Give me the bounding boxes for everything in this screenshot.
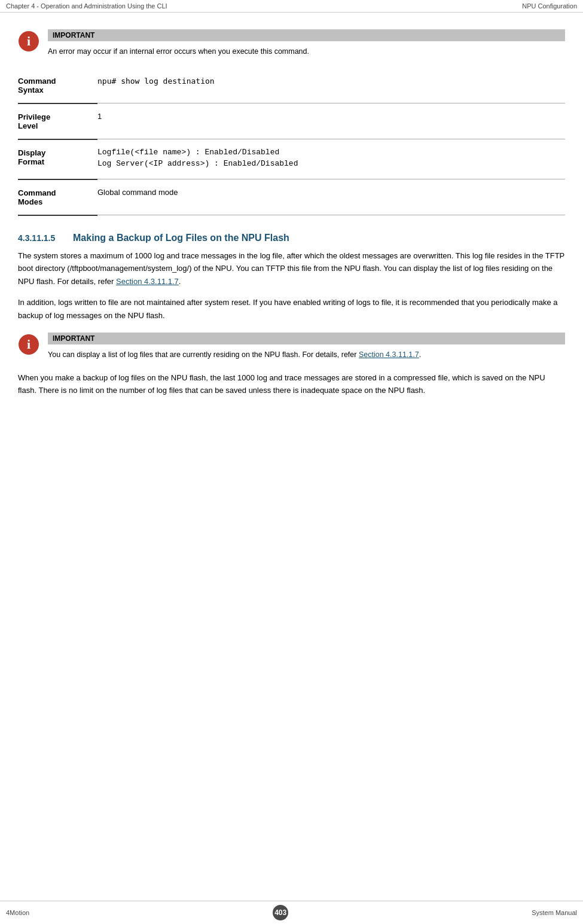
table-row-display-format: DisplayFormat Logfile(<file name>) : Ena…: [18, 139, 565, 179]
value-display-format: Logfile(<file name>) : Enabled/Disabled …: [97, 139, 565, 179]
header-right: NPU Configuration: [522, 2, 577, 10]
header-left: Chapter 4 - Operation and Administration…: [6, 2, 167, 10]
label-display-format: DisplayFormat: [18, 139, 97, 179]
important-box-2: i IMPORTANT You can display a list of lo…: [18, 333, 565, 361]
section-number: 4.3.11.1.5: [18, 233, 66, 243]
important-header-1: IMPORTANT: [48, 29, 565, 41]
important-text-2: You can display a list of log files that…: [48, 348, 565, 361]
page-footer: 4Motion 403 System Manual: [0, 901, 583, 924]
important-box-1: i IMPORTANT An error may occur if an int…: [18, 29, 565, 57]
section-title: Making a Backup of Log Files on the NPU …: [73, 233, 289, 243]
table-row-command-syntax: CommandSyntax npu# show log destination: [18, 68, 565, 103]
important-text-2-before: You can display a list of log files that…: [48, 350, 359, 359]
value-command-modes: Global command mode: [97, 179, 565, 215]
table-row-privilege-level: PrivilegeLevel 1: [18, 103, 565, 139]
important-text-2-link[interactable]: Section 4.3.11.1.7: [359, 350, 419, 359]
value-privilege-level: 1: [97, 103, 565, 139]
label-privilege-level: PrivilegeLevel: [18, 103, 97, 139]
footer-right: System Manual: [532, 909, 577, 916]
table-row-command-modes: CommandModes Global command mode: [18, 179, 565, 215]
para-1-link[interactable]: Section 4.3.11.1.7: [116, 277, 179, 286]
paragraph-final: When you make a backup of log files on t…: [18, 371, 565, 397]
important-icon-2: i: [18, 334, 39, 355]
important-content-2: IMPORTANT You can display a list of log …: [48, 333, 565, 361]
svg-text:i: i: [27, 33, 30, 48]
important-content-1: IMPORTANT An error may occur if an inter…: [48, 29, 565, 57]
main-content: i IMPORTANT An error may occur if an int…: [0, 13, 583, 423]
paragraph-1: The system stores a maximum of 1000 log …: [18, 249, 565, 288]
section-heading: 4.3.11.1.5 Making a Backup of Log Files …: [18, 233, 565, 243]
value-command-syntax: npu# show log destination: [97, 68, 565, 103]
svg-text:i: i: [27, 337, 30, 352]
footer-left: 4Motion: [6, 909, 29, 916]
para-1-text: The system stores a maximum of 1000 log …: [18, 251, 564, 286]
paragraph-2: In addition, logs written to file are no…: [18, 296, 565, 322]
label-command-syntax: CommandSyntax: [18, 68, 97, 103]
display-format-line-1: Logfile(<file name>) : Enabled/Disabled: [97, 148, 559, 157]
para-1-after: .: [179, 277, 181, 286]
important-icon-1: i: [18, 31, 39, 52]
label-command-modes: CommandModes: [18, 179, 97, 215]
important-text-1: An error may occur if an internal error …: [48, 45, 565, 57]
important-text-2-after: .: [419, 350, 421, 359]
footer-page-number: 403: [273, 905, 288, 920]
display-format-line-2: Log Server(<IP address>) : Enabled/Disab…: [97, 159, 559, 168]
important-header-2: IMPORTANT: [48, 333, 565, 344]
page-header: Chapter 4 - Operation and Administration…: [0, 0, 583, 13]
info-table: CommandSyntax npu# show log destination …: [18, 68, 565, 216]
